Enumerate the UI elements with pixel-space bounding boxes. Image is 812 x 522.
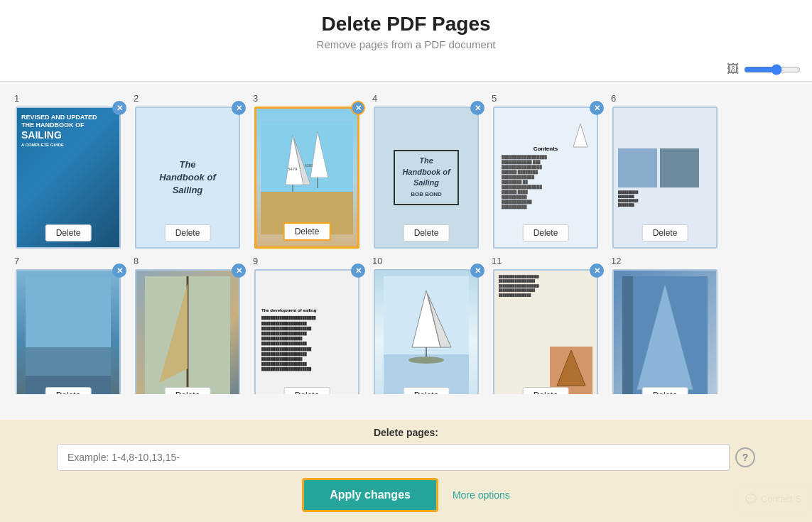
page-thumb-container-3: 5479 6388 Delete ✕ bbox=[254, 107, 359, 249]
close-button-11[interactable]: ✕ bbox=[590, 263, 604, 278]
sea-illustration-7 bbox=[26, 276, 111, 394]
close-button-5[interactable]: ✕ bbox=[590, 101, 604, 115]
page-item-12: 12 Delete bbox=[605, 256, 725, 394]
page-item-11: 11 ████████████████████ ████████████████… bbox=[486, 256, 605, 394]
page-thumb-6: ████████████████████████████████████ Del… bbox=[612, 107, 718, 249]
delete-pages-label: Delete pages: bbox=[57, 427, 755, 438]
page-thumb-11: ████████████████████ ██████████████████ … bbox=[493, 269, 598, 394]
page-number-3: 3 bbox=[247, 93, 258, 104]
delete-button-5[interactable]: Delete bbox=[523, 224, 569, 241]
action-row: Apply changes More options bbox=[57, 478, 755, 512]
page-thumb-container-1: REVISED AND UPDATEDTHE HANDBOOK OFSAILIN… bbox=[16, 107, 121, 249]
apply-changes-button[interactable]: Apply changes bbox=[302, 478, 438, 512]
page-thumb-3: 5479 6388 Delete bbox=[254, 107, 359, 249]
close-button-4[interactable]: ✕ bbox=[470, 101, 485, 115]
page-thumb-8: Delete bbox=[135, 269, 240, 394]
page-number-5: 5 bbox=[486, 93, 497, 104]
page-thumb-container-9: The development of sailing █████████████… bbox=[254, 269, 359, 394]
boat-sketch-illustration bbox=[384, 276, 469, 394]
delete-button-12[interactable]: Delete bbox=[642, 387, 688, 394]
delete-button-10[interactable]: Delete bbox=[404, 387, 450, 394]
page-thumb-container-10: Delete ✕ bbox=[374, 269, 479, 394]
page-thumb-1: REVISED AND UPDATEDTHE HANDBOOK OFSAILIN… bbox=[16, 107, 121, 249]
page-thumb-container-7: Delete ✕ bbox=[16, 269, 121, 394]
delete-button-11[interactable]: Delete bbox=[523, 387, 569, 394]
page-thumb-5: Contents ██████████████████ ████████████… bbox=[493, 107, 598, 249]
page-number-6: 6 bbox=[605, 93, 616, 104]
page-item-2: 2 TheHandbook ofSailing Delete ✕ bbox=[128, 93, 247, 249]
page-item-1: 1 REVISED AND UPDATEDTHE HANDBOOK OFSAIL… bbox=[9, 93, 128, 249]
page-number-11: 11 bbox=[486, 256, 502, 266]
small-boat-icon bbox=[570, 122, 591, 151]
page-thumb-container-11: ████████████████████ ██████████████████ … bbox=[493, 269, 598, 394]
bottom-panel: Delete pages: ? Apply changes More optio… bbox=[0, 420, 812, 522]
delete-button-6[interactable]: Delete bbox=[642, 224, 688, 241]
svg-point-21 bbox=[408, 357, 444, 364]
svg-text:5479: 5479 bbox=[288, 167, 298, 171]
page-subtitle: Remove pages from a PDF document bbox=[0, 38, 812, 50]
close-button-3[interactable]: ✕ bbox=[351, 101, 365, 115]
page-thumb-container-2: TheHandbook ofSailing Delete ✕ bbox=[135, 107, 240, 249]
page-number-1: 1 bbox=[9, 93, 19, 104]
input-row: ? bbox=[57, 444, 755, 471]
close-button-8[interactable]: ✕ bbox=[232, 263, 246, 278]
page-thumb-2: TheHandbook ofSailing Delete bbox=[135, 107, 240, 249]
zoom-icon: 🖼 bbox=[727, 62, 740, 77]
close-button-10[interactable]: ✕ bbox=[470, 263, 485, 278]
page-number-9: 9 bbox=[247, 256, 258, 266]
page-item-6: 6 ████████████████████████████████████ D… bbox=[605, 93, 725, 249]
page-thumb-container-12: Delete bbox=[612, 269, 718, 394]
pages-input[interactable] bbox=[57, 444, 730, 471]
page-thumb-9: The development of sailing █████████████… bbox=[254, 269, 359, 394]
sailboats-illustration: 5479 6388 bbox=[261, 121, 353, 234]
zoom-slider[interactable] bbox=[744, 64, 801, 75]
delete-button-7[interactable]: Delete bbox=[45, 387, 92, 394]
mast-illustration bbox=[145, 276, 230, 394]
help-button[interactable]: ? bbox=[735, 447, 755, 467]
page-number-4: 4 bbox=[367, 93, 377, 104]
close-button-2[interactable]: ✕ bbox=[232, 101, 246, 115]
more-options-link[interactable]: More options bbox=[453, 489, 510, 501]
page-item-7: 7 Delete ✕ bbox=[9, 256, 128, 394]
page-thumb-12: Delete bbox=[612, 269, 718, 394]
page-item-3: 3 5479 bbox=[247, 93, 367, 249]
toolbar: 🖼 bbox=[0, 58, 812, 82]
page-item-10: 10 Delete ✕ bbox=[367, 256, 486, 394]
close-button-1[interactable]: ✕ bbox=[112, 101, 126, 115]
page-thumb-container-6: ████████████████████████████████████ Del… bbox=[612, 107, 718, 249]
page-title: Delete PDF Pages bbox=[0, 13, 812, 36]
svg-rect-26 bbox=[622, 276, 633, 394]
delete-button-4[interactable]: Delete bbox=[404, 224, 450, 241]
page-thumb-10: Delete bbox=[374, 269, 479, 394]
page-number-8: 8 bbox=[128, 256, 139, 266]
close-button-9[interactable]: ✕ bbox=[351, 263, 365, 278]
page-number-2: 2 bbox=[128, 93, 139, 104]
svg-marker-9 bbox=[573, 124, 588, 147]
svg-text:6388: 6388 bbox=[305, 163, 313, 168]
blue-sail-illustration bbox=[622, 276, 708, 394]
page-thumb-7: Delete bbox=[16, 269, 121, 394]
page-thumb-4: TheHandbook ofSailingBOB BOND Delete bbox=[374, 107, 479, 249]
page-number-10: 10 bbox=[367, 256, 382, 266]
close-button-7[interactable]: ✕ bbox=[112, 263, 126, 278]
page-header: Delete PDF Pages Remove pages from a PDF… bbox=[0, 0, 812, 58]
page-thumb-container-4: TheHandbook ofSailingBOB BOND Delete ✕ bbox=[374, 107, 479, 249]
page-item-4: 4 TheHandbook ofSailingBOB BOND Delete ✕ bbox=[367, 93, 486, 249]
page-item-8: 8 Delete ✕ bbox=[128, 256, 247, 394]
pages-grid: 1 REVISED AND UPDATEDTHE HANDBOOK OFSAIL… bbox=[0, 82, 812, 394]
delete-button-3[interactable]: Delete bbox=[283, 222, 331, 241]
page-item-9: 9 The development of sailing ███████████… bbox=[247, 256, 367, 394]
delete-button-2[interactable]: Delete bbox=[165, 224, 211, 241]
page-thumb-container-5: Contents ██████████████████ ████████████… bbox=[493, 107, 598, 249]
page-number-7: 7 bbox=[9, 256, 19, 266]
page-thumb-container-8: Delete ✕ bbox=[135, 269, 240, 394]
delete-button-9[interactable]: Delete bbox=[284, 387, 330, 394]
delete-button-8[interactable]: Delete bbox=[165, 387, 211, 394]
delete-button-1[interactable]: Delete bbox=[45, 224, 92, 241]
page-number-12: 12 bbox=[605, 256, 621, 266]
page-item-5: 5 Contents ██████████████████ ██████████… bbox=[486, 93, 605, 249]
